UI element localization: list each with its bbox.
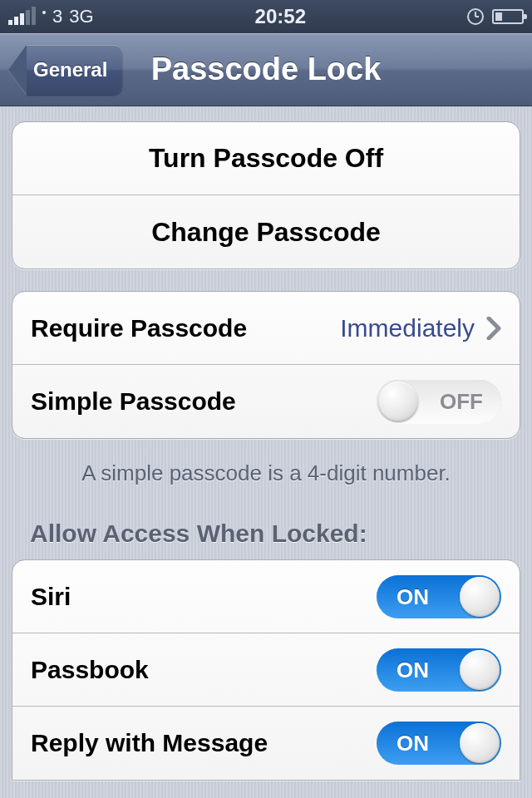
toggle-knob (378, 382, 418, 421)
clock-time: 20:52 (94, 5, 467, 28)
turn-passcode-off-button[interactable]: Turn Passcode Off (12, 122, 520, 195)
passcode-options-group: Require Passcode Immediately Simple Pass… (12, 291, 520, 439)
battery-icon (492, 9, 524, 24)
simple-passcode-footer: A simple passcode is a 4-digit number. (12, 461, 520, 511)
allow-access-header: Allow Access When Locked: (12, 511, 520, 559)
back-button[interactable]: General (8, 45, 122, 95)
siri-toggle[interactable]: ON (377, 575, 501, 618)
toggle-knob (460, 577, 500, 617)
reply-message-toggle[interactable]: ON (377, 722, 501, 765)
require-passcode-value: Immediately (340, 314, 475, 342)
siri-label: Siri (31, 583, 71, 611)
allow-access-group: Siri ON Passbook ON Reply with Message O… (12, 559, 520, 781)
toggle-knob (460, 723, 500, 763)
toggle-on-text: ON (397, 731, 429, 756)
status-bar: 3 3G 20:52 (0, 0, 532, 33)
simple-passcode-row: Simple Passcode OFF (12, 365, 520, 438)
chevron-right-icon (486, 317, 501, 340)
toggle-on-text: ON (397, 584, 429, 609)
turn-passcode-off-label: Turn Passcode Off (149, 143, 383, 174)
siri-row: Siri ON (12, 560, 520, 633)
toggle-knob (460, 650, 500, 690)
change-passcode-button[interactable]: Change Passcode (12, 195, 520, 268)
back-button-label: General (27, 45, 122, 95)
reply-message-label: Reply with Message (31, 729, 268, 757)
passbook-row: Passbook ON (12, 633, 520, 707)
signal-strength-icon (8, 8, 36, 25)
passbook-toggle[interactable]: ON (377, 648, 501, 692)
simple-passcode-toggle[interactable]: OFF (377, 380, 501, 423)
carrier-label: 3 (52, 6, 62, 27)
toggle-on-text: ON (397, 657, 429, 682)
toggle-off-text: OFF (440, 389, 483, 415)
reply-message-row: Reply with Message ON (12, 707, 520, 780)
nav-bar: General Passcode Lock (0, 33, 532, 106)
alarm-icon (467, 8, 484, 25)
network-label: 3G (69, 6, 93, 27)
require-passcode-row[interactable]: Require Passcode Immediately (12, 292, 520, 365)
change-passcode-label: Change Passcode (151, 217, 381, 248)
require-passcode-label: Require Passcode (31, 314, 247, 342)
passcode-actions-group: Turn Passcode Off Change Passcode (12, 121, 520, 269)
simple-passcode-label: Simple Passcode (31, 387, 236, 416)
passbook-label: Passbook (31, 656, 149, 684)
